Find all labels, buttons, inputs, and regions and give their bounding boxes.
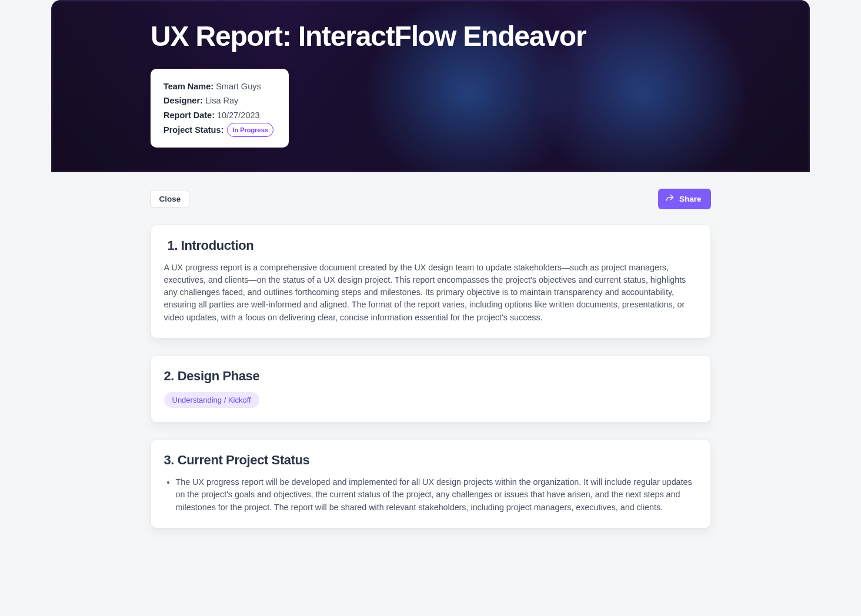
page-title: UX Report: InteractFlow Endeavor [151,21,810,52]
meta-designer-label: Designer: [163,93,203,108]
meta-date: Report Date: 10/27/2023 [163,108,276,123]
section-current-status-heading: 3. Current Project Status [164,453,698,468]
page: UX Report: InteractFlow Endeavor Team Na… [51,0,810,545]
meta-card: Team Name: Smart Guys Designer: Lisa Ray… [151,69,289,148]
design-phase-tag: Understanding / Kickoff [164,392,259,408]
meta-date-value: 10/27/2023 [217,108,260,123]
section-design-phase-heading: 2. Design Phase [164,369,698,384]
share-button-label: Share [679,195,702,203]
meta-team: Team Name: Smart Guys [163,79,276,94]
meta-team-value: Smart Guys [216,79,261,94]
status-badge: In Progress [227,123,273,138]
meta-designer: Designer: Lisa Ray [163,93,276,108]
section-current-status: 3. Current Project Status The UX progres… [151,439,711,528]
share-button[interactable]: Share [658,189,711,209]
section-introduction-body: A UX progress report is a comprehensive … [164,262,698,324]
content: 1. Introduction A UX progress report is … [151,225,711,528]
actions-bar: Close Share [151,189,711,209]
meta-team-label: Team Name: [163,79,213,94]
section-current-status-list: The UX progress report will be developed… [164,476,698,514]
section-design-phase: 2. Design Phase Understanding / Kickoff [151,355,711,423]
hero: UX Report: InteractFlow Endeavor Team Na… [51,0,810,172]
meta-status: Project Status: In Progress [163,123,276,138]
close-button[interactable]: Close [151,190,190,208]
section-introduction: 1. Introduction A UX progress report is … [151,225,711,339]
list-item: The UX progress report will be developed… [176,476,698,514]
meta-date-label: Report Date: [163,108,215,123]
meta-status-label: Project Status: [163,123,223,138]
meta-designer-value: Lisa Ray [205,93,238,108]
section-introduction-heading: 1. Introduction [164,238,698,253]
share-icon [665,193,675,205]
hero-content: UX Report: InteractFlow Endeavor Team Na… [51,0,810,148]
